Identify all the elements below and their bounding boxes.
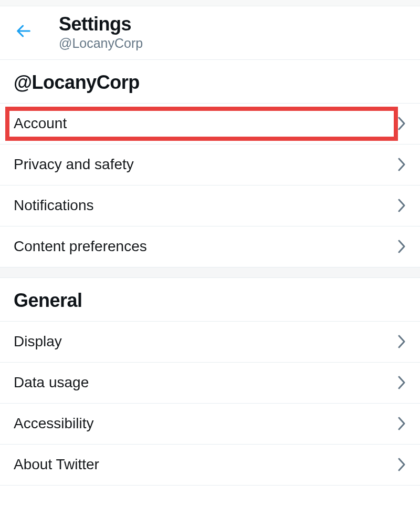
section-header-general: General: [0, 278, 420, 322]
chevron-right-icon: [397, 239, 406, 254]
section-header-user: @LocanyCorp: [0, 60, 420, 104]
row-label: Display: [14, 333, 62, 350]
row-label: Content preferences: [14, 238, 147, 255]
chevron-right-icon: [397, 157, 406, 172]
header-titles: Settings @LocanyCorp: [59, 14, 143, 51]
row-display[interactable]: Display: [0, 322, 420, 363]
back-arrow-icon: [15, 22, 33, 42]
section-gap: [0, 267, 420, 278]
row-data-usage[interactable]: Data usage: [0, 363, 420, 404]
row-label: Privacy and safety: [14, 156, 134, 173]
section-title-user: @LocanyCorp: [14, 71, 406, 94]
row-content-preferences[interactable]: Content preferences: [0, 226, 420, 267]
section-title-general: General: [14, 290, 406, 312]
back-button[interactable]: [9, 18, 38, 46]
chevron-right-icon: [397, 198, 406, 213]
row-label: Notifications: [14, 197, 94, 214]
status-bar: [0, 0, 420, 6]
row-accessibility[interactable]: Accessibility: [0, 404, 420, 445]
row-privacy-safety[interactable]: Privacy and safety: [0, 145, 420, 185]
row-label: Account: [14, 115, 67, 132]
row-label: About Twitter: [14, 456, 99, 473]
row-about-twitter[interactable]: About Twitter: [0, 445, 420, 486]
chevron-right-icon: [397, 416, 406, 431]
row-label: Accessibility: [14, 415, 93, 432]
row-notifications[interactable]: Notifications: [0, 185, 420, 226]
header: Settings @LocanyCorp: [0, 6, 420, 60]
page-subtitle: @LocanyCorp: [59, 36, 143, 51]
page-title: Settings: [59, 14, 143, 35]
chevron-right-icon: [397, 457, 406, 472]
chevron-right-icon: [397, 116, 406, 131]
chevron-right-icon: [397, 334, 406, 349]
chevron-right-icon: [397, 375, 406, 390]
row-account[interactable]: Account: [0, 104, 420, 145]
row-label: Data usage: [14, 374, 89, 391]
